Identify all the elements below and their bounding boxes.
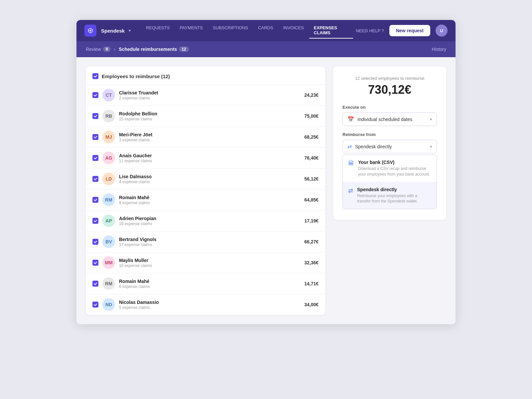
nav-payments[interactable]: PAYMENTS [175, 23, 207, 39]
employee-name: Meri-Piere Jöet [119, 132, 300, 137]
employee-amount: 17,19€ [304, 218, 319, 223]
breadcrumb-bar: Review 9 › Schedule reimbursements 12 Hi… [76, 41, 456, 57]
employee-checkbox-1[interactable] [92, 113, 98, 119]
total-amount: 730,12€ [342, 83, 437, 97]
employee-claims: 11 expense claims [119, 159, 300, 163]
calendar-icon: 📅 [347, 116, 354, 122]
new-request-button[interactable]: New request [389, 25, 430, 36]
employee-claims: 5 expense claims [119, 305, 300, 310]
employee-list: CT Clarisse Truandet 2 expense claims 24… [86, 84, 325, 315]
employee-claims: 4 expense claims [119, 180, 300, 184]
employee-avatar: AG [102, 152, 115, 164]
execute-on-chevron-icon: ▾ [430, 117, 432, 122]
employee-claims: 15 expense claims [119, 117, 300, 121]
employee-claims: 18 expense claims [119, 221, 300, 226]
breadcrumb-review[interactable]: Review [86, 47, 101, 52]
employee-name: Lise Dalmasso [119, 174, 300, 179]
schedule-badge: 12 [179, 47, 189, 52]
employee-amount: 76,40€ [304, 155, 319, 161]
employee-checkbox-0[interactable] [92, 92, 98, 98]
history-link[interactable]: History [432, 47, 446, 52]
employee-checkbox-5[interactable] [92, 197, 98, 203]
reimburse-from-chevron-icon: ▾ [430, 144, 432, 149]
employee-amount: 75,00€ [304, 113, 319, 119]
bank-icon: 🏛 [348, 160, 354, 167]
right-panel: 12 selected employees to reimburse 730,1… [333, 66, 446, 315]
employee-checkbox-8[interactable] [92, 260, 98, 266]
employee-avatar: BV [102, 235, 115, 248]
employee-row: MM Maylis Muller 10 expense claims 32,36… [86, 252, 325, 273]
nav-cards[interactable]: CARDS [253, 23, 278, 39]
employee-name: Romain Mahé [119, 195, 300, 200]
execute-on-value: Individual scheduled dates [357, 117, 427, 122]
employee-avatar: RM [102, 277, 115, 290]
employee-avatar: MM [102, 256, 115, 269]
employee-name: Bertrand Vignols [119, 237, 300, 242]
option-spendesk-directly[interactable]: ⇄ Spendesk directly Reimburse your emplo… [343, 182, 437, 209]
bank-option-desc: Download a CSV recap and reimburse your … [358, 166, 431, 177]
employee-row: RM Romain Mahé 8 expense claims 64,85€ [86, 189, 325, 210]
employee-checkbox-2[interactable] [92, 134, 98, 140]
employee-amount: 66,27€ [304, 239, 319, 244]
employee-amount: 56,12€ [304, 176, 319, 182]
employees-title: Employees to reimburse (12) [102, 73, 170, 79]
spendesk-transfer-icon: ⇄ [348, 187, 353, 195]
employee-row: RM Romain Mahé 6 expense claims 14,71€ [86, 273, 325, 294]
employee-claims: 10 expense claims [119, 263, 300, 268]
reimburse-from-label: Reimburse from [342, 132, 437, 137]
employee-name: Adrien Pieropian [119, 216, 300, 221]
employee-name: Maylis Muller [119, 258, 300, 263]
summary-card: 12 selected employees to reimburse 730,1… [333, 66, 446, 220]
employee-name: Rodolphe Bellion [119, 111, 300, 116]
help-link[interactable]: NEED HELP ? [356, 28, 384, 33]
select-all-checkbox[interactable] [92, 73, 98, 79]
nav-expenses-claims[interactable]: EXPENSES CLAIMS [309, 23, 353, 39]
employee-claims: 8 expense claims [119, 200, 300, 205]
employee-claims: 2 expense claims [119, 96, 300, 100]
employee-row: CT Clarisse Truandet 2 expense claims 24… [86, 84, 325, 105]
employee-avatar: LD [102, 173, 115, 185]
employee-amount: 14,71€ [304, 281, 319, 286]
employee-checkbox-6[interactable] [92, 218, 98, 224]
employee-row: LD Lise Dalmasso 4 expense claims 56,12€ [86, 168, 325, 189]
option-bank-csv[interactable]: 🏛 Your bank (CSV) Download a CSV recap a… [343, 155, 437, 182]
nav-subscriptions[interactable]: SUBSCRIPTIONS [208, 23, 253, 39]
app-container: Spendesk ▾ REQUESTS PAYMENTS SUBSCRIPTIO… [76, 20, 456, 324]
reimburse-from-dropdown[interactable]: ⇄ Spendesk directly ▾ [342, 140, 437, 153]
employee-amount: 24,23€ [304, 92, 319, 98]
nav-right: NEED HELP ? New request U [356, 25, 448, 37]
employee-amount: 64,85€ [304, 197, 319, 202]
employee-checkbox-3[interactable] [92, 155, 98, 161]
employee-row: AG Anais Gaucher 11 expense claims 76,40… [86, 147, 325, 168]
employee-row: MJ Meri-Piere Jöet 3 expense claims 68,2… [86, 126, 325, 147]
employee-checkbox-10[interactable] [92, 302, 98, 308]
employee-row: BV Bertrand Vignols 17 expense claims 66… [86, 231, 325, 252]
execute-on-label: Execute on [342, 105, 437, 110]
employee-checkbox-9[interactable] [92, 281, 98, 287]
employee-claims: 3 expense claims [119, 138, 300, 142]
employee-name: Romain Mahé [119, 279, 300, 284]
brand-dropdown-icon[interactable]: ▾ [129, 28, 131, 33]
employee-amount: 34,00€ [304, 302, 319, 307]
nav-invoices[interactable]: INVOICES [279, 23, 309, 39]
reimburse-options: 🏛 Your bank (CSV) Download a CSV recap a… [342, 155, 437, 209]
employee-row: ND Nicolas Damassio 5 expense claims 34,… [86, 294, 325, 315]
employee-checkbox-7[interactable] [92, 239, 98, 245]
employee-avatar: CT [102, 89, 115, 101]
nav-requests[interactable]: REQUESTS [141, 23, 175, 39]
selected-count-text: 12 selected employees to reimburse [342, 76, 437, 81]
employee-checkbox-4[interactable] [92, 176, 98, 182]
logo-icon[interactable] [84, 25, 96, 37]
employee-row: AP Adrien Pieropian 18 expense claims 17… [86, 210, 325, 231]
employee-avatar: ND [102, 298, 115, 311]
employee-avatar: AP [102, 214, 115, 227]
employee-amount: 68,25€ [304, 134, 319, 140]
spendesk-option-title: Spendesk directly [357, 187, 431, 192]
review-badge: 9 [103, 47, 111, 52]
execute-on-dropdown[interactable]: 📅 Individual scheduled dates ▾ [342, 112, 437, 126]
breadcrumb-separator: › [114, 47, 116, 52]
employee-avatar: RB [102, 110, 115, 122]
breadcrumb-schedule[interactable]: Schedule reimbursements [119, 47, 177, 52]
employee-name: Nicolas Damassio [119, 300, 300, 305]
avatar[interactable]: U [436, 25, 448, 37]
